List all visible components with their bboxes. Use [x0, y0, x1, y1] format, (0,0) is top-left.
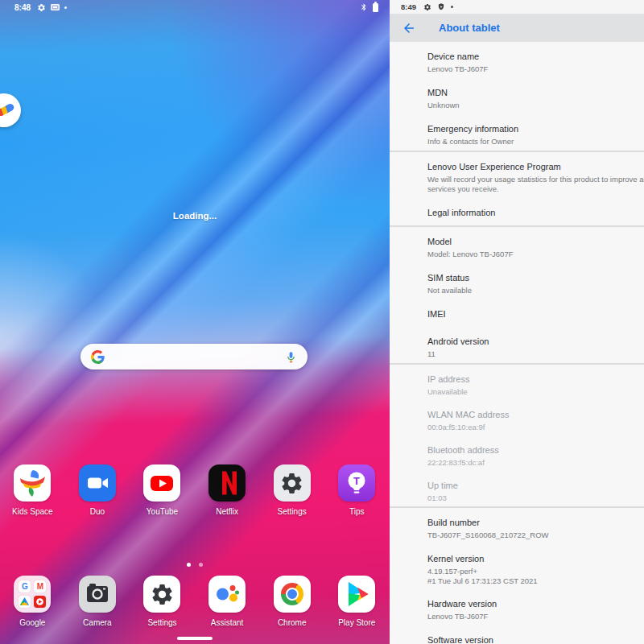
google-folder-icon: G M — [14, 576, 51, 613]
assistant-bubble[interactable] — [0, 93, 21, 127]
app-duo[interactable]: Duo — [65, 464, 130, 516]
section-device: Device name Lenovo TB-J607F MDN Unknown … — [390, 42, 644, 151]
app-chrome[interactable]: Chrome — [259, 576, 324, 627]
app-youtube[interactable]: YouTube — [130, 464, 195, 516]
gear-notification-icon — [37, 3, 46, 12]
app-label: Kids Space — [12, 507, 53, 516]
app-tips[interactable]: T Tips — [324, 464, 390, 516]
settings-item-android-version[interactable]: Android version 11 — [390, 327, 644, 363]
settings-item-legal-information[interactable]: Legal information — [390, 198, 644, 225]
settings-about-tablet: 8:49 About tablet Device name Lenovo TB-… — [390, 0, 644, 644]
settings-item-user-experience-program[interactable]: Lenovo User Experience Program We will r… — [390, 152, 644, 198]
settings-item-hardware-version[interactable]: Hardware version Lenovo TB-J607F — [390, 589, 644, 625]
app-notification-icon — [51, 4, 60, 10]
settings-item-kernel-version[interactable]: Kernel version 4.19.157-perf+ #1 Tue Jul… — [390, 544, 644, 589]
page-indicator — [0, 563, 390, 567]
app-play-store[interactable]: Play Store — [324, 576, 390, 627]
back-arrow-icon[interactable] — [401, 20, 417, 36]
google-search-bar[interactable] — [80, 344, 308, 369]
youtube-mini-icon — [34, 596, 46, 608]
app-assistant[interactable]: Assistant — [195, 576, 260, 627]
section-model: Model Model: Lenovo TB-J607F SIM status … — [390, 227, 644, 363]
settings-item-software-version[interactable]: Software version TB-J607F_RF01_210722 — [390, 625, 644, 644]
settings-item-emergency-info[interactable]: Emergency information Info & contacts fo… — [390, 114, 644, 151]
settings-gear-icon — [274, 464, 311, 502]
app-kids-space[interactable]: Kids Space — [0, 464, 65, 516]
folder-google[interactable]: G M Google — [0, 576, 65, 627]
drive-mini-icon — [19, 596, 31, 608]
page-dot-inactive — [199, 563, 203, 567]
home-status-bar: 8:48 — [0, 0, 390, 14]
settings-item-mdn[interactable]: MDN Unknown — [390, 78, 644, 114]
loading-toast: Loading... — [0, 211, 390, 221]
settings-gear-icon — [143, 576, 180, 613]
section-legal: Lenovo User Experience Program We will r… — [390, 152, 644, 225]
home-indicator-bar[interactable] — [177, 637, 213, 640]
app-label: Settings — [147, 618, 176, 627]
clock: 8:49 — [401, 2, 416, 11]
settings-item-ip-address: IP address Unavailable — [390, 365, 644, 400]
app-label: Settings — [278, 507, 307, 516]
app-settings-1[interactable]: Settings — [259, 464, 324, 516]
chrome-icon — [274, 576, 311, 613]
settings-item-build-number[interactable]: Build number TB-J607F_S160068_210722_ROW — [390, 508, 644, 544]
app-label: Google — [19, 618, 45, 627]
settings-item-sim-status[interactable]: SIM status Not available — [390, 263, 644, 299]
page-title: About tablet — [439, 22, 500, 34]
app-row-2: G M Google — [0, 576, 390, 627]
settings-item-device-name[interactable]: Device name Lenovo TB-J607F — [390, 42, 644, 78]
section-build: Build number TB-J607F_S160068_210722_ROW… — [390, 508, 644, 644]
youtube-icon — [143, 464, 180, 502]
settings-item-model[interactable]: Model Model: Lenovo TB-J607F — [390, 227, 644, 263]
app-label: Tips — [349, 507, 365, 516]
settings-item-imei[interactable]: IMEI — [390, 299, 644, 327]
settings-status-bar: 8:49 — [390, 0, 644, 14]
gmail-mini-icon: M — [34, 580, 46, 592]
settings-item-wlan-mac: WLAN MAC address 00:0a:f5:10:ea:9f — [390, 400, 644, 436]
app-label: Play Store — [338, 618, 375, 627]
battery-icon — [373, 3, 378, 12]
mic-icon[interactable] — [285, 351, 297, 363]
clock: 8:48 — [14, 3, 31, 12]
app-row-1: Kids Space Duo YouTube — [0, 464, 390, 516]
settings-item-bluetooth-address: Bluetooth address 22:22:83:f5:dc:af — [390, 436, 644, 471]
settings-header: About tablet — [390, 14, 644, 42]
app-label: Netflix — [216, 507, 238, 516]
play-store-icon — [338, 576, 375, 613]
app-camera[interactable]: Camera — [65, 576, 130, 627]
kids-space-icon — [14, 464, 51, 502]
app-label: Duo — [90, 507, 105, 516]
page-dot-active — [187, 563, 191, 567]
app-label: Assistant — [211, 618, 244, 627]
tips-bulb-icon: T — [338, 464, 375, 502]
overflow-dot-icon — [451, 6, 453, 8]
home-screen: 8:48 Loading... — [0, 0, 390, 644]
app-label: Camera — [83, 618, 112, 627]
screenshot-root: 8:48 Loading... — [0, 0, 644, 644]
overflow-dot-icon — [64, 6, 67, 9]
app-label: YouTube — [147, 507, 178, 516]
settings-item-up-time: Up time 01:03 — [390, 471, 644, 506]
google-g-icon — [91, 350, 105, 364]
camera-icon — [79, 576, 116, 613]
assistant-icon — [208, 576, 246, 613]
google-g-mini-icon: G — [19, 580, 31, 592]
section-network-info: IP address Unavailable WLAN MAC address … — [390, 365, 644, 506]
app-settings-2[interactable]: Settings — [130, 576, 195, 627]
gear-notification-icon — [423, 3, 431, 11]
bluetooth-icon — [360, 2, 368, 12]
google-pill-icon — [0, 102, 15, 117]
svg-text:T: T — [353, 475, 360, 487]
duo-icon — [79, 464, 116, 502]
app-netflix[interactable]: Netflix — [195, 464, 260, 516]
netflix-icon — [208, 464, 246, 502]
play-protect-shield-icon — [437, 2, 445, 11]
app-label: Chrome — [278, 618, 307, 627]
